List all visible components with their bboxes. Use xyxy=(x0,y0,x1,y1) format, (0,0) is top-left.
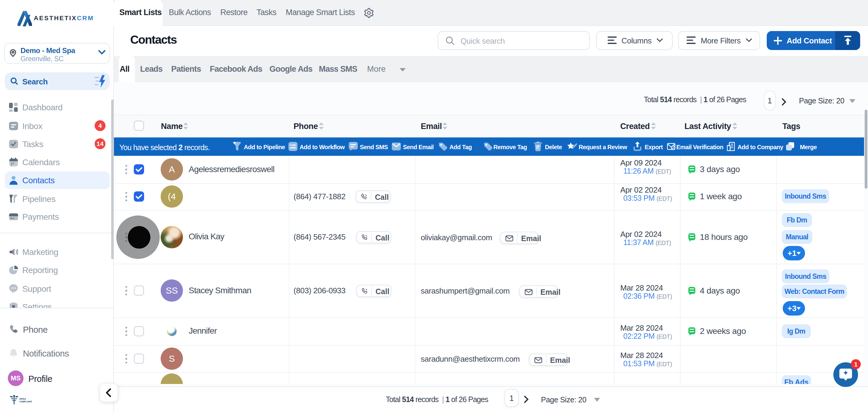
svg-text:HIPAA: HIPAA xyxy=(19,398,26,400)
svg-text:COMPLIANT: COMPLIANT xyxy=(19,400,32,403)
